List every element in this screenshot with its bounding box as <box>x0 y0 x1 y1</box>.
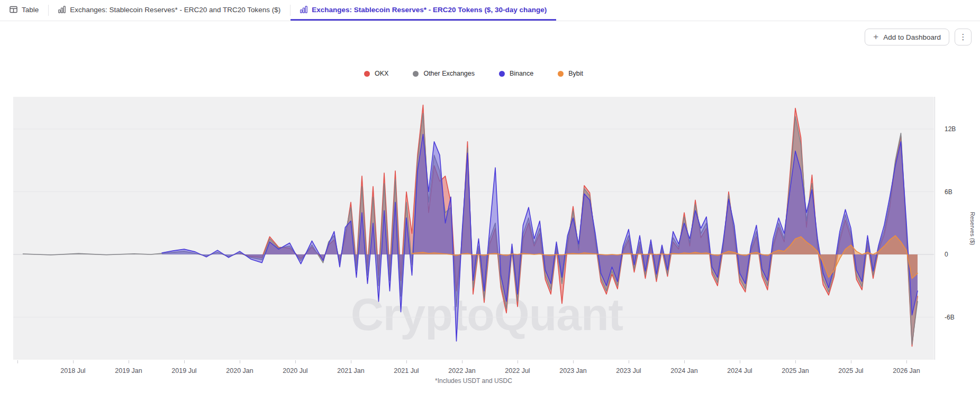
chart-plot-area[interactable]: CryptoQuant <box>13 97 934 360</box>
add-to-dashboard-button[interactable]: + Add to Dashboard <box>865 29 949 45</box>
legend-label-binance: Binance <box>510 70 533 77</box>
legend-label-other-exchanges: Other Exchanges <box>423 70 475 77</box>
x-tick <box>795 360 796 363</box>
x-tick <box>740 360 740 363</box>
legend: OKXOther ExchangesBinanceBybit <box>13 70 934 77</box>
x-tick-label-2019-Jul: 2019 Jul <box>171 367 196 374</box>
x-tick-label-2023-Jan: 2023 Jan <box>559 367 586 374</box>
legend-item-other-exchanges[interactable]: Other Exchanges <box>413 70 475 77</box>
x-tick-label-2021-Jul: 2021 Jul <box>394 367 419 374</box>
x-tick <box>462 360 462 363</box>
x-tick-label-2025-Jan: 2025 Jan <box>782 367 809 374</box>
add-to-dashboard-label: Add to Dashboard <box>883 33 941 41</box>
x-tick <box>73 360 74 363</box>
x-tick <box>851 360 851 363</box>
legend-item-bybit[interactable]: Bybit <box>558 70 583 77</box>
x-tick-label-2024-Jul: 2024 Jul <box>727 367 752 374</box>
tab-table-label: Table <box>22 6 39 14</box>
x-tick <box>295 360 296 363</box>
chart-footnote: *Includes USDT and USDC <box>13 377 934 385</box>
x-tick-label-2026-Jan: 2026 Jan <box>893 367 920 374</box>
x-tick-label-2022-Jan: 2022 Jan <box>448 367 475 374</box>
x-tick <box>573 360 574 363</box>
legend-dot-bybit <box>558 71 564 77</box>
x-tick <box>129 360 129 363</box>
x-tick-label-2020-Jan: 2020 Jan <box>226 367 253 374</box>
more-options-button[interactable]: ⋮ <box>955 29 972 45</box>
y-tick-label-6B: 6B <box>945 188 952 196</box>
x-tick-label-2023-Jul: 2023 Jul <box>616 367 641 374</box>
x-tick <box>518 360 518 363</box>
stablecoin-reserves-30d-change-chart[interactable] <box>13 97 934 360</box>
legend-item-okx[interactable]: OKX <box>364 70 388 77</box>
tab-table[interactable]: Table <box>0 0 48 21</box>
legend-label-okx: OKX <box>375 70 388 77</box>
x-tick <box>406 360 407 363</box>
x-tick <box>684 360 685 363</box>
tab-bar: Table Exchanges: Stablecoin Reserves* - … <box>0 0 980 21</box>
y-tick-label--6B: -6B <box>945 314 955 321</box>
x-tick <box>629 360 629 363</box>
y-axis-line <box>934 97 935 360</box>
tab-erc20-trc20-label: Exchanges: Stablecoin Reserves* - ERC20 … <box>70 6 280 14</box>
x-tick <box>240 360 240 363</box>
area-binance <box>162 134 918 341</box>
tab-erc20-30day-label: Exchanges: Stablecoin Reserves* - ERC20 … <box>312 6 547 14</box>
table-icon <box>10 6 17 13</box>
x-tick-label-2018-Jul: 2018 Jul <box>60 367 85 374</box>
y-tick-label-12B: 12B <box>945 125 956 133</box>
x-tick <box>17 360 18 363</box>
x-tick <box>184 360 185 363</box>
x-tick-label-2025-Jul: 2025 Jul <box>838 367 863 374</box>
legend-label-bybit: Bybit <box>568 70 583 77</box>
kebab-icon: ⋮ <box>959 32 967 42</box>
chart-actions: + Add to Dashboard ⋮ <box>865 29 972 45</box>
x-tick-label-2024-Jan: 2024 Jan <box>670 367 697 374</box>
legend-dot-other-exchanges <box>413 71 419 77</box>
x-tick-label-2021-Jan: 2021 Jan <box>337 367 364 374</box>
y-axis-title: Reserves ($) <box>969 212 976 245</box>
x-tick-label-2019-Jan: 2019 Jan <box>115 367 142 374</box>
x-tick-label-2022-Jul: 2022 Jul <box>505 367 530 374</box>
y-tick-label-0: 0 <box>945 251 948 258</box>
chart-icon <box>58 6 66 13</box>
tab-erc20-30day-active[interactable]: Exchanges: Stablecoin Reserves* - ERC20 … <box>291 0 556 21</box>
legend-dot-binance <box>499 71 505 77</box>
x-tick-label-2020-Jul: 2020 Jul <box>283 367 307 374</box>
chart-icon <box>300 6 307 13</box>
x-tick <box>906 360 907 363</box>
legend-item-binance[interactable]: Binance <box>499 70 533 77</box>
legend-dot-okx <box>364 71 370 77</box>
x-tick <box>351 360 351 363</box>
plus-icon: + <box>873 32 878 41</box>
tab-erc20-trc20[interactable]: Exchanges: Stablecoin Reserves* - ERC20 … <box>49 0 290 21</box>
